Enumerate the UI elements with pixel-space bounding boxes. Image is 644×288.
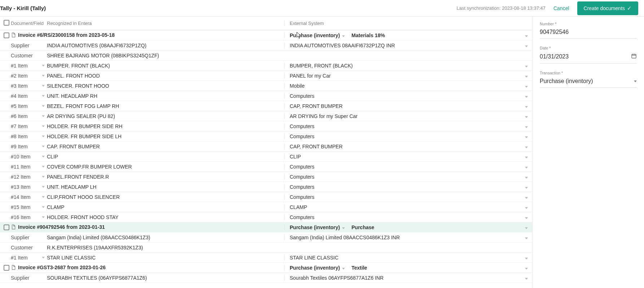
field-label: Supplier [11, 235, 29, 240]
transaction-type-select[interactable]: Purchase (inventory) [290, 265, 345, 271]
field-label: #1 Item [11, 255, 28, 261]
chevron-down-icon[interactable] [42, 215, 45, 219]
item-recognized: CLIP [47, 154, 284, 160]
chevron-down-icon[interactable] [42, 124, 45, 128]
item-external-select[interactable]: Computers [290, 214, 532, 220]
chevron-down-icon[interactable] [525, 265, 528, 271]
item-external-select[interactable]: PANEL for my Car [290, 73, 532, 79]
field-label: #12 Item [11, 174, 30, 180]
date-value: 01/31/2023 [540, 53, 569, 60]
item-external-select[interactable]: CLAMP [290, 204, 532, 210]
date-input[interactable]: 01/31/2023 [540, 52, 637, 64]
item-external-select[interactable]: Mobile [290, 83, 532, 89]
item-external-select[interactable]: Computers [290, 123, 532, 129]
chevron-down-icon [525, 184, 528, 190]
chevron-down-icon[interactable] [42, 255, 45, 259]
item-recognized: STAR LINE CLASSIC [47, 255, 284, 261]
chevron-down-icon[interactable] [42, 195, 45, 198]
chevron-down-icon[interactable] [42, 83, 45, 87]
invoice-title: Invoice #6/RS/23000158 from 2023-05-18 [18, 32, 115, 38]
customer-recognized: SHREE BAJRANG MOTOR (08BIKPS3245Q1ZF) [47, 53, 284, 58]
item-external-select-value: Computers [290, 93, 314, 99]
item-row: #2 ItemPANEL. FRONT HOODPANEL for my Car [0, 71, 532, 81]
invoice-header-row[interactable]: Invoice #904792546 from 2023-01-31Purcha… [0, 222, 532, 232]
supplier-external-select[interactable]: Sourabh Textiles 06AYFPS6877A1Z6 INR [290, 275, 532, 281]
supplier-external-select[interactable]: INDIA AUTOMOTIVES 08AAIFI6732P1ZQ INR [290, 43, 532, 48]
item-recognized: CLAMP [47, 204, 284, 210]
chevron-down-icon [342, 265, 345, 271]
item-external-select-value: CAP, FRONT BUMPER [290, 103, 343, 109]
chevron-down-icon [525, 83, 528, 89]
item-external-select-value: CLAMP [290, 204, 307, 210]
invoice-checkbox[interactable] [4, 265, 9, 271]
field-label: #11 Item [11, 164, 30, 170]
transaction-value: Purchase (inventory) [540, 78, 593, 84]
item-external-select[interactable]: Computers [290, 174, 532, 180]
item-row: #13 ItemUNIT. HEADLAMP LHComputers [0, 182, 532, 192]
item-row: #12 ItemPANEL.FRONT FENDER.RComputers [0, 172, 532, 182]
item-row: #4 ItemUNIT. HEADLAMP RHComputers [0, 91, 532, 101]
supplier-recognized: Sangam (India) Limited (08AACCS0486K1Z3) [47, 235, 284, 240]
item-external-select[interactable]: BUMPER, FRONT (BLACK) [290, 63, 532, 69]
chevron-down-icon[interactable] [42, 104, 45, 108]
select-all-checkbox[interactable] [4, 20, 9, 26]
chevron-down-icon[interactable] [42, 205, 45, 209]
chevron-down-icon[interactable] [42, 174, 45, 178]
transaction-category: Materials 18% [351, 32, 385, 38]
item-external-select[interactable]: Computers [290, 164, 532, 170]
chevron-down-icon[interactable] [42, 144, 45, 148]
item-external-select-value: Computers [290, 174, 314, 180]
field-label: Supplier [11, 275, 29, 281]
item-external-select[interactable]: Computers [290, 184, 532, 190]
chevron-down-icon[interactable] [42, 73, 45, 77]
item-row: #11 ItemCOVER COMP.FR BUMPER LOWERComput… [0, 162, 532, 172]
cancel-button[interactable]: Cancel [553, 5, 569, 11]
chevron-down-icon[interactable] [42, 134, 45, 138]
item-recognized: HOLDER. FR BUMPER SIDE LH [47, 134, 284, 139]
invoice-header-row[interactable]: Invoice #GST3-2687 from 2023-01-26Purcha… [0, 263, 532, 273]
chevron-down-icon [525, 204, 528, 210]
item-external-select-value: Computers [290, 164, 314, 170]
item-row: #8 ItemHOLDER. FR BUMPER SIDE LHComputer… [0, 131, 532, 141]
chevron-down-icon[interactable] [42, 63, 45, 67]
chevron-down-icon[interactable] [42, 154, 45, 158]
number-input[interactable]: 904792546 [540, 27, 637, 39]
chevron-down-icon[interactable] [525, 224, 528, 230]
item-row: #1 ItemBUMPER. FRONT (BLACK)BUMPER, FRON… [0, 61, 532, 71]
chevron-down-icon[interactable] [42, 164, 45, 168]
invoice-checkbox[interactable] [4, 32, 9, 38]
transaction-select[interactable]: Purchase (inventory) [540, 77, 637, 88]
supplier-external-select-value: Sangam (India) Limited 08AACCS0486K1Z3 I… [290, 235, 400, 240]
create-documents-button[interactable]: Create documents [577, 1, 638, 15]
chevron-down-icon[interactable] [42, 114, 45, 118]
field-label: #16 Item [11, 214, 30, 220]
calendar-icon[interactable] [631, 53, 637, 60]
item-external-select[interactable]: CLIP [290, 154, 532, 160]
item-external-select-value: CAP, FRONT BUMPER [290, 144, 343, 149]
create-documents-label: Create documents [584, 5, 625, 11]
chevron-down-icon[interactable] [42, 184, 45, 188]
transaction-category: Purchase [351, 224, 374, 230]
invoice-checkbox[interactable] [4, 224, 9, 230]
chevron-down-icon [525, 134, 528, 139]
item-external-select[interactable]: STAR LINE CLASSIC [290, 255, 532, 261]
chevron-down-icon [525, 174, 528, 180]
item-recognized: PANEL.FRONT FENDER.R [47, 174, 284, 180]
chevron-down-icon[interactable] [42, 93, 45, 97]
transaction-label: Transaction * [540, 71, 637, 75]
item-external-select[interactable]: CAP, FRONT BUMPER [290, 144, 532, 149]
item-external-select[interactable]: AR DRYING for my Super Car [290, 113, 532, 119]
transaction-type-select[interactable]: Purchase (inventory) [290, 32, 345, 38]
invoice-header-row[interactable]: Invoice #6/RS/23000158 from 2023-05-18Pu… [0, 30, 532, 40]
item-external-select[interactable]: Computers [290, 194, 532, 200]
transaction-type-select[interactable]: Purchase (inventory) [290, 224, 345, 230]
item-row: #7 ItemHOLDER. FR BUMPER SIDE RHComputer… [0, 121, 532, 131]
supplier-external-select[interactable]: Sangam (India) Limited 08AACCS0486K1Z3 I… [290, 235, 532, 240]
item-external-select[interactable]: CAP, FRONT BUMPER [290, 103, 532, 109]
supplier-external-select-value: INDIA AUTOMOTIVES 08AAIFI6732P1ZQ INR [290, 43, 395, 48]
item-external-select[interactable]: Computers [290, 134, 532, 139]
item-external-select[interactable]: Computers [290, 93, 532, 99]
chevron-down-icon[interactable] [525, 32, 528, 38]
field-label: #2 Item [11, 73, 28, 79]
chevron-down-icon [342, 224, 345, 230]
